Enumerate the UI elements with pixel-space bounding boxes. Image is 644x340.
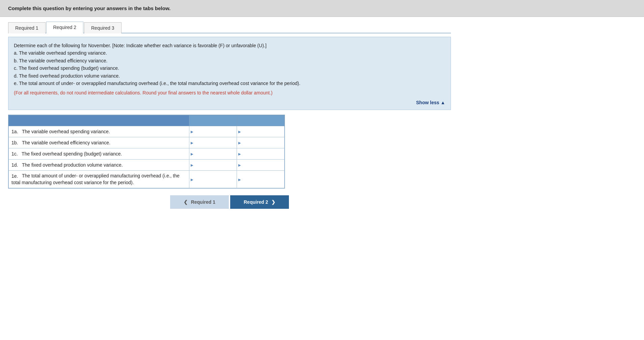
row-1e-type-cell[interactable] [237,171,284,188]
table-row: 1c. The fixed overhead spending (budget)… [9,148,285,160]
row-1b-value-input[interactable] [189,137,237,148]
tabs-container: Required 1 Required 2 Required 3 [8,21,451,33]
row-1c-type-input[interactable] [237,148,284,159]
col-header-label [9,115,189,126]
tab-required3[interactable]: Required 3 [84,22,122,33]
row-1d-label: 1d. The fixed overhead production volume… [9,160,189,171]
col-header-value [189,115,237,126]
row-1c-type-cell[interactable] [237,148,284,160]
row-1b-type-input[interactable] [237,137,284,148]
row-1e-value-cell[interactable] [189,171,237,188]
row-1e-label: 1e. The total amount of under- or overap… [9,171,189,188]
row-1b-type-cell[interactable] [237,137,284,148]
question-item-e: e. The total amount of under- or overapp… [14,80,445,87]
next-chevron-icon: ❯ [271,199,275,205]
row-1a-value-input[interactable] [189,126,237,137]
row-1e-value-input[interactable] [189,174,237,185]
row-1a-num: 1a. [11,129,18,134]
row-1e-type-input[interactable] [237,174,284,185]
row-1b-value-cell[interactable] [189,137,237,148]
col-header-type [237,115,284,126]
question-box: Determine each of the following for Nove… [8,37,451,110]
row-1c-label: 1c. The fixed overhead spending (budget)… [9,148,189,160]
answer-table-container: 1a. The variable overhead spending varia… [8,115,285,189]
row-1b-num: 1b. [11,140,18,145]
table-row: 1b. The variable overhead efficiency var… [9,137,285,148]
question-item-c: c. The fixed overhead spending (budget) … [14,64,445,72]
row-1c-value-input[interactable] [189,148,237,159]
page-header: Complete this question by entering your … [8,5,170,11]
next-button[interactable]: Required 2 ❯ [230,195,289,209]
row-1b-label: 1b. The variable overhead efficiency var… [9,137,189,148]
row-1d-value-input[interactable] [189,160,237,170]
row-1d-value-cell[interactable] [189,160,237,171]
row-1d-type-cell[interactable] [237,160,284,171]
row-1c-num: 1c. [11,151,18,157]
row-1a-value-cell[interactable] [189,126,237,137]
prev-button-label: Required 1 [191,199,215,205]
nav-buttons: ❮ Required 1 Required 2 ❯ [8,195,451,209]
answer-table: 1a. The variable overhead spending varia… [8,115,285,188]
row-1e-num: 1e. [11,173,18,179]
question-item-b: b. The variable overhead efficiency vari… [14,57,445,64]
table-row: 1d. The fixed overhead production volume… [9,160,285,171]
table-row: 1e. The total amount of under- or overap… [9,171,285,188]
table-row: 1a. The variable overhead spending varia… [9,126,285,137]
question-item-d: d. The fixed overhead production volume … [14,72,445,80]
tab-required2[interactable]: Required 2 [46,22,84,33]
tab-required1[interactable]: Required 1 [8,22,46,33]
show-less-button[interactable]: Show less ▲ [14,99,445,106]
row-1d-type-input[interactable] [237,160,284,170]
next-button-label: Required 2 [244,199,268,205]
question-item-a: a. The variable overhead spending varian… [14,49,445,57]
question-main: Determine each of the following for Nove… [14,42,445,49]
row-1a-type-input[interactable] [237,126,284,137]
prev-chevron-icon: ❮ [184,199,188,205]
question-note: (For all requirements, do not round inte… [14,89,445,96]
prev-button[interactable]: ❮ Required 1 [170,195,229,209]
row-1c-value-cell[interactable] [189,148,237,160]
row-1d-num: 1d. [11,162,18,168]
row-1a-label: 1a. The variable overhead spending varia… [9,126,189,137]
row-1a-type-cell[interactable] [237,126,284,137]
